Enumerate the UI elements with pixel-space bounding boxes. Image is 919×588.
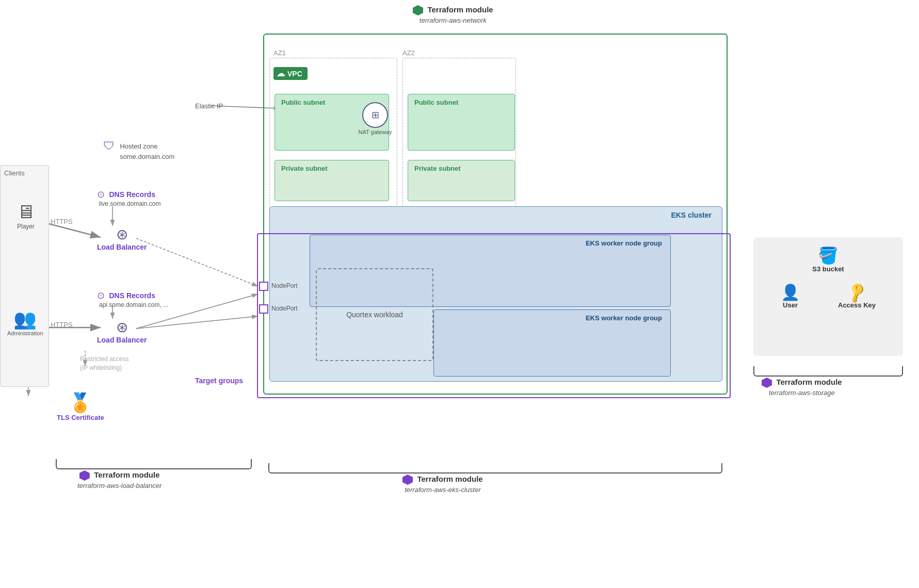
load-balancer-1: ⊛ Load Balancer: [97, 226, 147, 251]
nodeport2-label: NodePort: [271, 305, 298, 312]
user-label-el: User: [781, 301, 800, 309]
eks-worker2-label: EKS worker node group: [586, 314, 662, 322]
tf-lb-title: Terraform module: [94, 470, 159, 479]
https-label-admin: HTTPS: [51, 321, 73, 329]
nodeport-1: [259, 282, 268, 291]
tls-label: TLS Certificate: [57, 414, 104, 421]
tf-storage-icon: [762, 378, 772, 388]
elastic-ip-label: Elastic IP: [195, 102, 223, 110]
eks-worker1-label: EKS worker node group: [586, 239, 662, 247]
private-subnet-az1-label: Private subnet: [281, 165, 328, 172]
dns-records-2: ⊙ DNS Records api.some.domain.com, ...: [97, 290, 168, 308]
clients-box: [0, 165, 49, 387]
svg-line-7: [136, 238, 258, 286]
diagram-container: Clients 🖥 Player 👥 Administration HTTPS …: [0, 0, 919, 588]
nodeport1-label: NodePort: [271, 282, 298, 289]
tf-lb-sub: terraform-aws-load-balancer: [77, 482, 162, 489]
player-icon: 🖥 Player: [10, 201, 41, 230]
nat-gw-label: NAT gateway: [358, 129, 393, 135]
lb2-label: Load Balancer: [97, 336, 147, 344]
dns1-sub: live.some.domain.com: [99, 200, 160, 207]
private-subnet-az2: Private subnet: [408, 160, 515, 201]
nat-gw-icon: ⊞: [362, 102, 388, 128]
az2-label: AZ2: [402, 49, 415, 57]
admin-icon: 👥 Administration: [7, 308, 42, 336]
tf-storage-title: Terraform module: [776, 378, 842, 386]
public-subnet-az2: Public subnet: [408, 94, 515, 151]
az1-label: AZ1: [273, 49, 286, 57]
lb1-icon: ⊛: [116, 226, 128, 242]
tf-eks-title: Terraform module: [417, 475, 482, 483]
tf-module-network: Terraform module terraform-aws-network: [413, 5, 493, 24]
tf-network-sub: terraform-aws-network: [413, 17, 493, 24]
tf-storage-sub: terraform-aws-storage: [762, 389, 842, 397]
tf-network-icon: [413, 5, 423, 15]
dns-records-1: ⊙ DNS Records live.some.domain.com: [97, 189, 160, 207]
svg-line-9: [136, 316, 258, 329]
tf-lb-brace: [56, 459, 252, 469]
cloud-icon: ☁: [277, 69, 285, 78]
vpc-box: ☁ VPC: [273, 67, 308, 80]
target-groups-label: Target groups: [195, 377, 243, 385]
admin-label: Administration: [7, 330, 42, 336]
tf-storage-brace: [753, 366, 903, 377]
monitor-icon: 🖥: [10, 201, 41, 223]
private-subnet-az1: Private subnet: [275, 160, 389, 201]
lb2-icon: ⊛: [116, 319, 128, 335]
tf-network-title: Terraform module: [427, 5, 493, 14]
https-label-player: HTTPS: [51, 218, 73, 225]
dns2-title: DNS Records: [109, 291, 155, 300]
eks-worker-2: EKS worker node group: [433, 309, 671, 377]
lb1-label: Load Balancer: [97, 243, 147, 251]
user-key-row: 👤 User 🔑 Access Key: [762, 283, 895, 309]
tf-module-storage: Terraform module terraform-aws-storage: [762, 378, 842, 397]
private-subnet-az2-label: Private subnet: [414, 165, 461, 172]
admin-people-icon: 👥: [7, 308, 42, 330]
user-col: 👤 User: [781, 283, 800, 309]
nat-gateway: ⊞ NAT gateway: [358, 102, 393, 135]
s3-label: S3 bucket: [762, 265, 895, 273]
public-subnet-az2-label: Public subnet: [414, 99, 458, 106]
hosted-zone-label: Hosted zone: [120, 142, 157, 150]
public-subnet-az1-label: Public subnet: [281, 99, 325, 106]
s3-storage-area: 🪣 S3 bucket 👤 User 🔑 Access Key: [753, 237, 903, 356]
dns1-title: DNS Records: [109, 190, 155, 199]
load-balancer-2: ⊛ Load Balancer: [97, 319, 147, 344]
tf-eks-brace: [268, 463, 722, 473]
eks-cluster-label: EKS cluster: [671, 211, 712, 219]
tf-lb-icon: [79, 470, 90, 481]
vpc-label: VPC: [287, 70, 302, 78]
quortex-label: Quortex workload: [346, 311, 403, 319]
user-icon: 👤: [781, 283, 800, 301]
tls-icon: 🏅: [57, 392, 104, 414]
clients-label: Clients: [4, 169, 25, 177]
nodeport-2: [259, 304, 268, 314]
tf-module-eks: Terraform module terraform-aws-eks-clust…: [402, 475, 483, 494]
tf-module-lb: Terraform module terraform-aws-load-bala…: [77, 470, 162, 489]
player-label: Player: [10, 223, 41, 230]
hosted-zone-sub: some.domain.com: [120, 153, 174, 160]
tf-eks-icon: [402, 475, 413, 485]
dns2-icon: ⊙: [97, 290, 105, 301]
s3-icon: 🪣: [762, 246, 895, 265]
dns1-icon: ⊙: [97, 189, 105, 200]
hosted-zone: 🛡 Hosted zone some.domain.com: [103, 139, 174, 160]
restricted-access-label: Restricted access(IP whitelisting): [80, 355, 147, 372]
shield-icon: 🛡: [103, 139, 115, 152]
quortex-workload: Quortex workload: [316, 268, 433, 361]
s3-row: 🪣 S3 bucket: [762, 246, 895, 273]
tf-eks-sub: terraform-aws-eks-cluster: [402, 486, 483, 494]
access-key-col: 🔑 Access Key: [838, 284, 876, 309]
tls-certificate: 🏅 TLS Certificate: [57, 392, 104, 421]
dns2-sub: api.some.domain.com, ...: [99, 301, 168, 308]
